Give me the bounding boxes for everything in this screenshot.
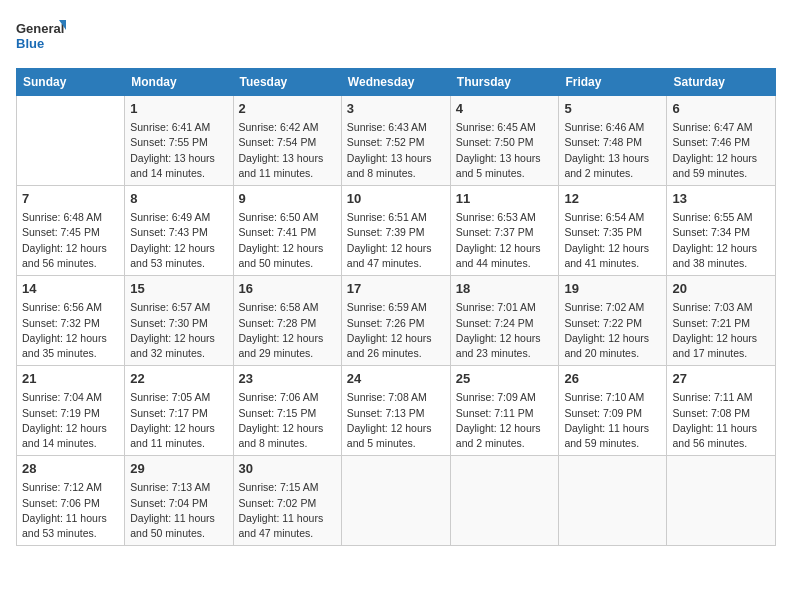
day-info: Sunrise: 6:59 AM Sunset: 7:26 PM Dayligh… bbox=[347, 300, 445, 361]
day-of-week-header: Wednesday bbox=[341, 69, 450, 96]
calendar-week-row: 28Sunrise: 7:12 AM Sunset: 7:06 PM Dayli… bbox=[17, 456, 776, 546]
day-info: Sunrise: 6:58 AM Sunset: 7:28 PM Dayligh… bbox=[239, 300, 336, 361]
calendar-day-cell: 28Sunrise: 7:12 AM Sunset: 7:06 PM Dayli… bbox=[17, 456, 125, 546]
day-number: 10 bbox=[347, 190, 445, 208]
day-info: Sunrise: 7:13 AM Sunset: 7:04 PM Dayligh… bbox=[130, 480, 227, 541]
day-of-week-header: Monday bbox=[125, 69, 233, 96]
day-info: Sunrise: 6:50 AM Sunset: 7:41 PM Dayligh… bbox=[239, 210, 336, 271]
calendar-day-cell bbox=[450, 456, 559, 546]
day-number: 11 bbox=[456, 190, 554, 208]
calendar-day-cell: 30Sunrise: 7:15 AM Sunset: 7:02 PM Dayli… bbox=[233, 456, 341, 546]
day-of-week-header: Thursday bbox=[450, 69, 559, 96]
day-info: Sunrise: 6:54 AM Sunset: 7:35 PM Dayligh… bbox=[564, 210, 661, 271]
logo-svg: General Blue bbox=[16, 16, 66, 56]
day-info: Sunrise: 7:01 AM Sunset: 7:24 PM Dayligh… bbox=[456, 300, 554, 361]
calendar-week-row: 7Sunrise: 6:48 AM Sunset: 7:45 PM Daylig… bbox=[17, 186, 776, 276]
calendar-day-cell: 29Sunrise: 7:13 AM Sunset: 7:04 PM Dayli… bbox=[125, 456, 233, 546]
calendar-day-cell: 22Sunrise: 7:05 AM Sunset: 7:17 PM Dayli… bbox=[125, 366, 233, 456]
calendar-day-cell: 13Sunrise: 6:55 AM Sunset: 7:34 PM Dayli… bbox=[667, 186, 776, 276]
day-info: Sunrise: 7:06 AM Sunset: 7:15 PM Dayligh… bbox=[239, 390, 336, 451]
svg-text:General: General bbox=[16, 21, 64, 36]
calendar-day-cell: 12Sunrise: 6:54 AM Sunset: 7:35 PM Dayli… bbox=[559, 186, 667, 276]
day-info: Sunrise: 6:49 AM Sunset: 7:43 PM Dayligh… bbox=[130, 210, 227, 271]
day-number: 5 bbox=[564, 100, 661, 118]
calendar-day-cell: 21Sunrise: 7:04 AM Sunset: 7:19 PM Dayli… bbox=[17, 366, 125, 456]
day-number: 14 bbox=[22, 280, 119, 298]
logo: General Blue bbox=[16, 16, 66, 56]
calendar-day-cell: 6Sunrise: 6:47 AM Sunset: 7:46 PM Daylig… bbox=[667, 96, 776, 186]
calendar-day-cell: 8Sunrise: 6:49 AM Sunset: 7:43 PM Daylig… bbox=[125, 186, 233, 276]
calendar-day-cell: 10Sunrise: 6:51 AM Sunset: 7:39 PM Dayli… bbox=[341, 186, 450, 276]
day-info: Sunrise: 7:09 AM Sunset: 7:11 PM Dayligh… bbox=[456, 390, 554, 451]
calendar-body: 1Sunrise: 6:41 AM Sunset: 7:55 PM Daylig… bbox=[17, 96, 776, 546]
day-number: 29 bbox=[130, 460, 227, 478]
day-of-week-header: Friday bbox=[559, 69, 667, 96]
calendar-day-cell: 16Sunrise: 6:58 AM Sunset: 7:28 PM Dayli… bbox=[233, 276, 341, 366]
day-info: Sunrise: 6:48 AM Sunset: 7:45 PM Dayligh… bbox=[22, 210, 119, 271]
day-number: 6 bbox=[672, 100, 770, 118]
day-number: 27 bbox=[672, 370, 770, 388]
day-number: 23 bbox=[239, 370, 336, 388]
calendar-week-row: 14Sunrise: 6:56 AM Sunset: 7:32 PM Dayli… bbox=[17, 276, 776, 366]
calendar-day-cell bbox=[17, 96, 125, 186]
day-info: Sunrise: 6:56 AM Sunset: 7:32 PM Dayligh… bbox=[22, 300, 119, 361]
calendar-header-row: SundayMondayTuesdayWednesdayThursdayFrid… bbox=[17, 69, 776, 96]
day-info: Sunrise: 6:53 AM Sunset: 7:37 PM Dayligh… bbox=[456, 210, 554, 271]
day-number: 17 bbox=[347, 280, 445, 298]
calendar-day-cell: 24Sunrise: 7:08 AM Sunset: 7:13 PM Dayli… bbox=[341, 366, 450, 456]
day-number: 26 bbox=[564, 370, 661, 388]
day-number: 8 bbox=[130, 190, 227, 208]
calendar-week-row: 21Sunrise: 7:04 AM Sunset: 7:19 PM Dayli… bbox=[17, 366, 776, 456]
day-number: 15 bbox=[130, 280, 227, 298]
calendar-day-cell: 5Sunrise: 6:46 AM Sunset: 7:48 PM Daylig… bbox=[559, 96, 667, 186]
day-info: Sunrise: 6:45 AM Sunset: 7:50 PM Dayligh… bbox=[456, 120, 554, 181]
day-number: 4 bbox=[456, 100, 554, 118]
calendar-table: SundayMondayTuesdayWednesdayThursdayFrid… bbox=[16, 68, 776, 546]
day-info: Sunrise: 7:10 AM Sunset: 7:09 PM Dayligh… bbox=[564, 390, 661, 451]
day-info: Sunrise: 6:42 AM Sunset: 7:54 PM Dayligh… bbox=[239, 120, 336, 181]
day-number: 20 bbox=[672, 280, 770, 298]
day-number: 30 bbox=[239, 460, 336, 478]
day-number: 19 bbox=[564, 280, 661, 298]
day-info: Sunrise: 7:05 AM Sunset: 7:17 PM Dayligh… bbox=[130, 390, 227, 451]
calendar-day-cell: 9Sunrise: 6:50 AM Sunset: 7:41 PM Daylig… bbox=[233, 186, 341, 276]
day-number: 21 bbox=[22, 370, 119, 388]
page-header: General Blue bbox=[16, 16, 776, 56]
day-info: Sunrise: 7:15 AM Sunset: 7:02 PM Dayligh… bbox=[239, 480, 336, 541]
calendar-day-cell: 4Sunrise: 6:45 AM Sunset: 7:50 PM Daylig… bbox=[450, 96, 559, 186]
day-info: Sunrise: 6:51 AM Sunset: 7:39 PM Dayligh… bbox=[347, 210, 445, 271]
day-info: Sunrise: 7:08 AM Sunset: 7:13 PM Dayligh… bbox=[347, 390, 445, 451]
calendar-day-cell: 7Sunrise: 6:48 AM Sunset: 7:45 PM Daylig… bbox=[17, 186, 125, 276]
calendar-day-cell: 27Sunrise: 7:11 AM Sunset: 7:08 PM Dayli… bbox=[667, 366, 776, 456]
svg-text:Blue: Blue bbox=[16, 36, 44, 51]
day-of-week-header: Tuesday bbox=[233, 69, 341, 96]
day-number: 12 bbox=[564, 190, 661, 208]
day-of-week-header: Sunday bbox=[17, 69, 125, 96]
day-info: Sunrise: 6:41 AM Sunset: 7:55 PM Dayligh… bbox=[130, 120, 227, 181]
day-number: 7 bbox=[22, 190, 119, 208]
day-number: 25 bbox=[456, 370, 554, 388]
calendar-day-cell: 26Sunrise: 7:10 AM Sunset: 7:09 PM Dayli… bbox=[559, 366, 667, 456]
calendar-day-cell: 23Sunrise: 7:06 AM Sunset: 7:15 PM Dayli… bbox=[233, 366, 341, 456]
day-of-week-header: Saturday bbox=[667, 69, 776, 96]
calendar-day-cell: 18Sunrise: 7:01 AM Sunset: 7:24 PM Dayli… bbox=[450, 276, 559, 366]
calendar-day-cell: 2Sunrise: 6:42 AM Sunset: 7:54 PM Daylig… bbox=[233, 96, 341, 186]
day-info: Sunrise: 7:11 AM Sunset: 7:08 PM Dayligh… bbox=[672, 390, 770, 451]
day-number: 13 bbox=[672, 190, 770, 208]
day-info: Sunrise: 6:47 AM Sunset: 7:46 PM Dayligh… bbox=[672, 120, 770, 181]
calendar-day-cell: 17Sunrise: 6:59 AM Sunset: 7:26 PM Dayli… bbox=[341, 276, 450, 366]
day-info: Sunrise: 7:03 AM Sunset: 7:21 PM Dayligh… bbox=[672, 300, 770, 361]
calendar-day-cell: 14Sunrise: 6:56 AM Sunset: 7:32 PM Dayli… bbox=[17, 276, 125, 366]
calendar-day-cell bbox=[667, 456, 776, 546]
day-number: 3 bbox=[347, 100, 445, 118]
calendar-day-cell: 11Sunrise: 6:53 AM Sunset: 7:37 PM Dayli… bbox=[450, 186, 559, 276]
calendar-day-cell bbox=[559, 456, 667, 546]
day-number: 1 bbox=[130, 100, 227, 118]
day-number: 22 bbox=[130, 370, 227, 388]
calendar-day-cell: 19Sunrise: 7:02 AM Sunset: 7:22 PM Dayli… bbox=[559, 276, 667, 366]
day-info: Sunrise: 7:02 AM Sunset: 7:22 PM Dayligh… bbox=[564, 300, 661, 361]
calendar-week-row: 1Sunrise: 6:41 AM Sunset: 7:55 PM Daylig… bbox=[17, 96, 776, 186]
calendar-day-cell: 25Sunrise: 7:09 AM Sunset: 7:11 PM Dayli… bbox=[450, 366, 559, 456]
calendar-day-cell bbox=[341, 456, 450, 546]
day-info: Sunrise: 7:04 AM Sunset: 7:19 PM Dayligh… bbox=[22, 390, 119, 451]
